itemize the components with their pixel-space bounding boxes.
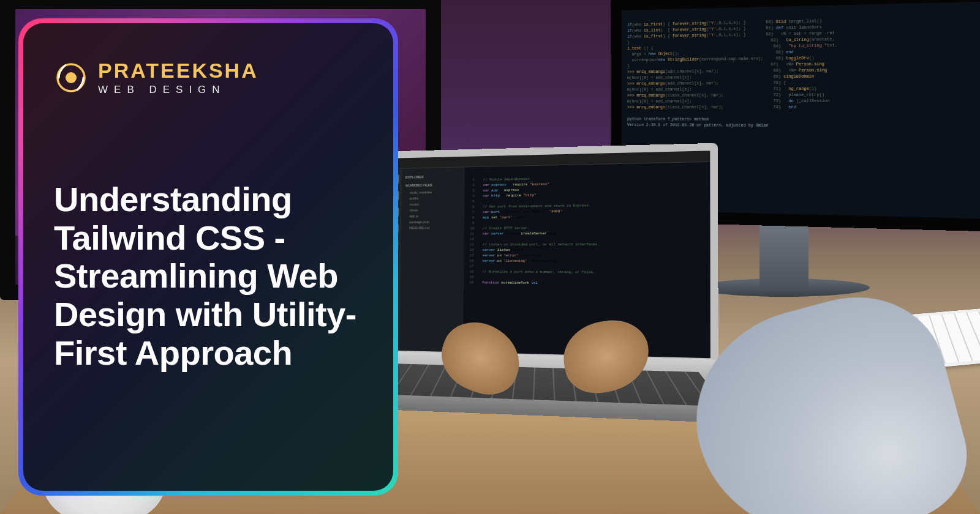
title-card: PRATEEKSHA WEB DESIGN Understanding Tail… bbox=[18, 18, 398, 496]
logo-mark-icon bbox=[54, 61, 88, 95]
laptop-screen: EXPLORER WORKING FILES node_modules publ… bbox=[379, 143, 718, 367]
monitor-right-stand bbox=[760, 217, 809, 291]
brand-logo: PRATEEKSHA WEB DESIGN bbox=[54, 60, 363, 95]
laptop: EXPLORER WORKING FILES node_modules publ… bbox=[379, 143, 718, 367]
explorer-header: EXPLORER bbox=[405, 173, 461, 180]
explorer-section: WORKING FILES bbox=[405, 182, 461, 188]
brand-tagline: WEB DESIGN bbox=[98, 84, 258, 95]
file-item: package.json bbox=[405, 218, 461, 225]
svg-point-1 bbox=[66, 72, 77, 83]
file-item: README.md bbox=[405, 225, 461, 231]
brand-name: PRATEEKSHA bbox=[98, 60, 258, 81]
title-card-inner: PRATEEKSHA WEB DESIGN Understanding Tail… bbox=[23, 23, 393, 491]
ide-explorer: EXPLORER WORKING FILES node_modules publ… bbox=[400, 167, 465, 352]
headline: Understanding Tailwind CSS - Streamlinin… bbox=[54, 181, 363, 373]
